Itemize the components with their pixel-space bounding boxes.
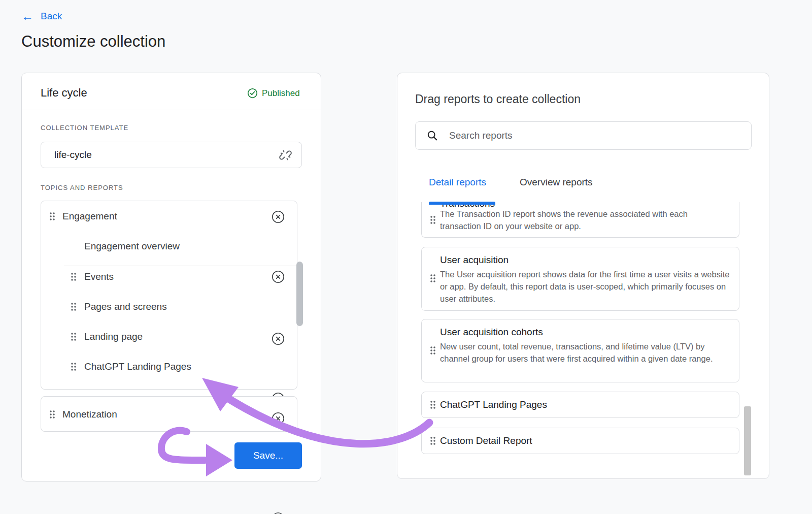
collection-template-label: COLLECTION TEMPLATE [41, 124, 128, 132]
report-card-chatgpt-landing-pages[interactable]: ChatGPT Landing Pages [421, 392, 739, 418]
report-label: Events [84, 271, 114, 282]
report-label: Engagement overview [84, 241, 180, 252]
status-label: Published [262, 88, 300, 99]
topics-and-reports-label: TOPICS AND REPORTS [41, 184, 123, 191]
drag-handle-icon[interactable] [429, 345, 436, 356]
header-divider [22, 110, 321, 110]
save-button[interactable]: Save... [234, 442, 302, 469]
report-card-transactions[interactable]: Transactions The Transaction ID report s… [421, 202, 739, 238]
report-card-user-acquisition[interactable]: User acquisition The User acquisition re… [421, 247, 739, 311]
drag-handle-icon[interactable] [70, 332, 77, 342]
tab-overview-reports[interactable]: Overview reports [520, 177, 593, 188]
topic-label: Monetization [62, 409, 117, 420]
report-description: New user count, total revenue, transacti… [440, 340, 731, 365]
report-list-scrollbar[interactable] [744, 406, 751, 475]
report-card-user-acquisition-cohorts[interactable]: User acquisition cohorts New user count,… [421, 319, 739, 382]
search-input[interactable] [449, 130, 743, 141]
tab-detail-reports[interactable]: Detail reports [429, 177, 486, 188]
report-label: Pages and screens [84, 301, 167, 312]
back-button[interactable]: ← Back [21, 10, 62, 22]
drag-handle-icon[interactable] [429, 436, 436, 446]
topic-row-monetization[interactable]: Monetization [41, 401, 297, 428]
remove-icon[interactable] [272, 412, 285, 425]
report-row-chatgpt-landing-pages[interactable]: ChatGPT Landing Pages [41, 353, 297, 380]
report-title: User acquisition [440, 254, 509, 266]
collection-template-field[interactable] [41, 142, 302, 168]
drag-handle-icon[interactable] [429, 215, 436, 225]
drag-handle-icon[interactable] [70, 362, 77, 372]
status-badge: Published [247, 88, 300, 99]
back-arrow-icon: ← [21, 10, 33, 22]
report-label: ChatGPT Landing Pages [84, 361, 191, 372]
collection-template-input[interactable] [54, 149, 279, 160]
drag-handle-icon[interactable] [70, 302, 77, 312]
drag-handle-icon[interactable] [49, 409, 56, 420]
drag-handle-icon[interactable] [429, 400, 436, 410]
drag-handle-icon[interactable] [49, 211, 56, 221]
report-title: User acquisition cohorts [440, 327, 543, 338]
drag-handle-icon[interactable] [429, 273, 436, 283]
report-description: The User acquisition report shows data f… [440, 268, 731, 305]
sub-list-scrollbar[interactable] [296, 262, 303, 326]
active-tab-indicator [429, 202, 495, 205]
drag-handle-icon[interactable] [70, 272, 77, 282]
picker-title: Drag reports to create collection [415, 92, 581, 106]
collection-name: Life cycle [41, 86, 87, 100]
search-icon [427, 130, 438, 141]
remove-icon[interactable] [272, 512, 285, 514]
report-label: Landing page [84, 331, 143, 342]
report-title: ChatGPT Landing Pages [440, 399, 547, 410]
topic-group-engagement: Engagement Engagement overview Events Pa… [41, 201, 297, 390]
topic-row-engagement[interactable]: Engagement [41, 202, 297, 230]
remove-icon[interactable] [272, 210, 285, 223]
report-card-custom-detail-report[interactable]: Custom Detail Report [421, 428, 739, 454]
report-row-engagement-overview[interactable]: Engagement overview [41, 232, 297, 260]
topic-label: Engagement [62, 211, 117, 222]
report-title: Custom Detail Report [440, 435, 532, 446]
report-row-events[interactable]: Events [41, 263, 297, 291]
page-title: Customize collection [21, 33, 165, 51]
report-row-landing-page[interactable]: Landing page [41, 323, 297, 350]
report-description: The Transaction ID report shows the reve… [440, 208, 731, 232]
search-field[interactable] [415, 121, 752, 150]
published-check-icon [247, 88, 258, 99]
topic-group-monetization: Monetization [41, 396, 297, 432]
unlink-icon[interactable] [279, 148, 292, 162]
report-row-pages-and-screens[interactable]: Pages and screens [41, 293, 297, 320]
back-label: Back [41, 11, 62, 22]
